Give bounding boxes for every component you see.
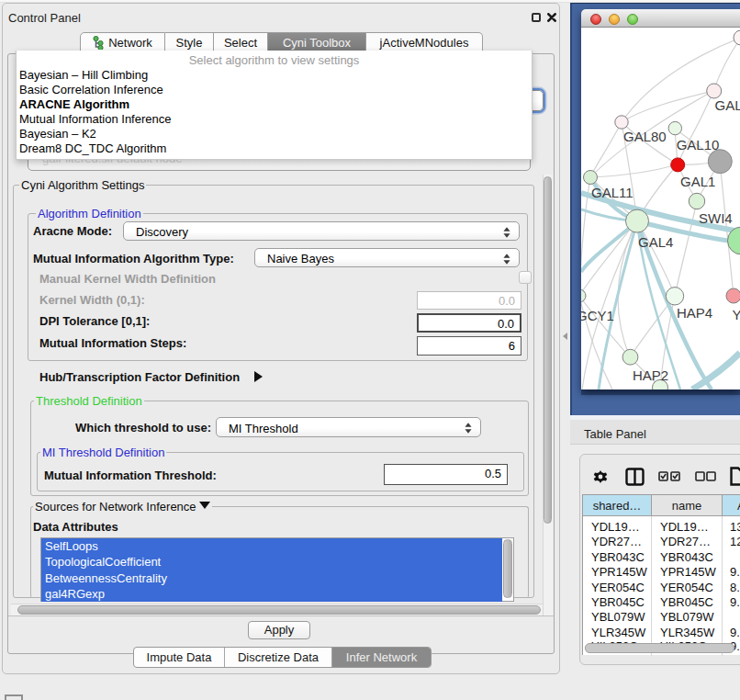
svg-text:GAL4: GAL4 — [638, 234, 673, 250]
svg-text:GAL11: GAL11 — [591, 185, 633, 200]
svg-text:GAL1: GAL1 — [680, 174, 715, 189]
svg-text:YJ: YJ — [733, 307, 740, 322]
svg-text:HAP2: HAP2 — [633, 367, 668, 383]
svg-text:GCY1: GCY1 — [581, 308, 614, 323]
svg-text:SWI4: SWI4 — [699, 210, 733, 226]
svg-text:GAL80: GAL80 — [623, 129, 667, 144]
svg-text:GAL2: GAL2 — [715, 97, 740, 113]
svg-text:HAP4: HAP4 — [677, 305, 712, 321]
svg-text:GAL10: GAL10 — [677, 137, 720, 152]
